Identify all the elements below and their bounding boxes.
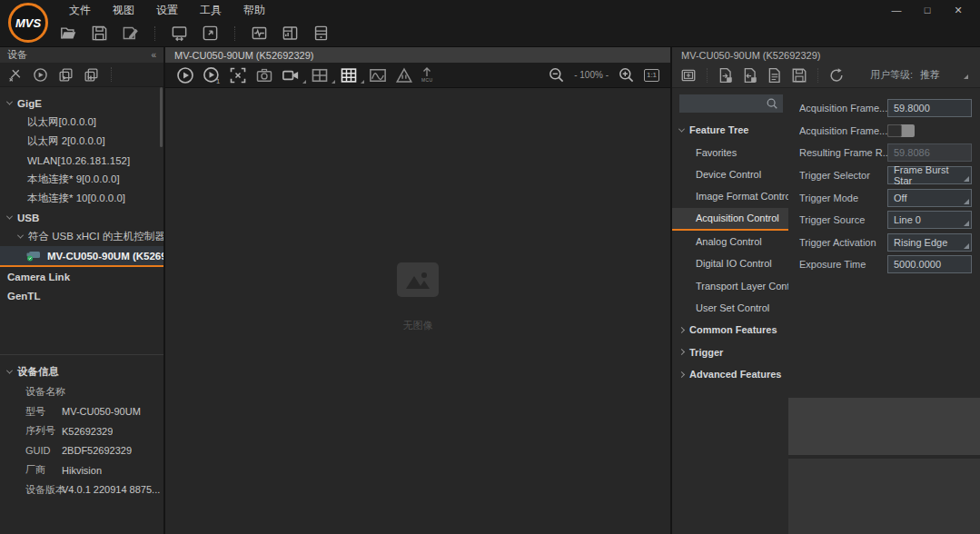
- save-icon[interactable]: [91, 25, 108, 42]
- trigger-warning-icon[interactable]: [395, 66, 413, 84]
- nav-image-format-control[interactable]: Image Format Control: [672, 185, 788, 207]
- snapshot-camera-icon[interactable]: [255, 66, 273, 84]
- mcu-upgrade-icon[interactable]: MCU: [421, 67, 432, 83]
- main-toolbar: [0, 20, 980, 47]
- save-as-icon[interactable]: [122, 25, 139, 42]
- fit-window-icon[interactable]: [229, 66, 247, 84]
- nav-feature-tree[interactable]: Feature Tree: [672, 119, 788, 141]
- search-icon[interactable]: [761, 94, 783, 113]
- feature-panel-title: MV-CU050-90UM (K52692329): [672, 47, 980, 63]
- zoom-in-icon[interactable]: [618, 66, 635, 84]
- nav-acquisition-control-selected[interactable]: Acquisition Control: [672, 208, 788, 231]
- start-all-icon[interactable]: [58, 67, 74, 83]
- open-folder-icon[interactable]: [60, 25, 77, 42]
- device-info-header[interactable]: 设备信息: [0, 361, 163, 382]
- one-to-one-zoom-button[interactable]: 1:1: [644, 69, 659, 82]
- tree-item-ethernet[interactable]: 以太网[0.0.0.0]: [0, 113, 163, 132]
- no-image-icon: [397, 262, 439, 297]
- info-value: MV-CU050-90UM: [60, 406, 141, 417]
- trigger-mode-dropdown[interactable]: Off: [887, 189, 972, 207]
- dropdown-arrow-icon[interactable]: [332, 80, 335, 84]
- export-features-icon[interactable]: [742, 67, 758, 84]
- zoom-out-icon[interactable]: [548, 66, 565, 84]
- split-view-icon[interactable]: [311, 66, 329, 84]
- nav-transport-layer-control[interactable]: Transport Layer Cont...: [672, 274, 788, 296]
- dropdown-arrow-icon[interactable]: [361, 80, 364, 84]
- user-level-dropdown[interactable]: 推荐: [920, 68, 968, 82]
- record-video-icon[interactable]: [282, 66, 300, 84]
- nav-common-features[interactable]: Common Features: [672, 319, 788, 341]
- start-acquisition-icon[interactable]: [33, 67, 48, 83]
- acquisition-frame-rate-enable-toggle[interactable]: [887, 124, 915, 137]
- menu-item-help[interactable]: 帮助: [233, 0, 276, 20]
- feature-search-input[interactable]: [679, 98, 761, 109]
- tree-item-gentl[interactable]: GenTL: [0, 286, 163, 305]
- nav-favorites[interactable]: Favorites: [672, 141, 788, 163]
- start-grab-icon[interactable]: [176, 66, 194, 84]
- tree-item-local10[interactable]: 本地连接* 10[0.0.0.0]: [0, 189, 163, 208]
- mvs-logo-text: MVS: [15, 16, 41, 30]
- chevron-right-icon: [678, 371, 685, 378]
- tree-item-usb[interactable]: USB: [0, 208, 163, 227]
- menu-item-view[interactable]: 视图: [102, 0, 145, 20]
- feature-document-icon[interactable]: [767, 67, 783, 84]
- dropdown-arrow-icon[interactable]: [302, 80, 306, 84]
- exposure-time-input[interactable]: [887, 255, 972, 273]
- chevron-right-icon: [678, 349, 685, 355]
- tree-item-ethernet2[interactable]: 以太网 2[0.0.0.0]: [0, 132, 163, 151]
- tree-item-gige[interactable]: GigE: [0, 94, 163, 113]
- acquisition-frame-rate-input[interactable]: [887, 99, 972, 117]
- minimize-button[interactable]: —: [884, 1, 909, 19]
- nav-device-control[interactable]: Device Control: [672, 163, 788, 185]
- histogram-icon[interactable]: [369, 66, 387, 84]
- tree-item-local9[interactable]: 本地连接* 9[0.0.0.0]: [0, 170, 163, 189]
- feature-search-box: [678, 94, 784, 114]
- menu-item-file[interactable]: 文件: [58, 0, 102, 20]
- chevron-down-icon: [678, 125, 685, 132]
- trigger-source-dropdown[interactable]: Line 0: [887, 211, 972, 229]
- fullscreen-icon[interactable]: [202, 25, 219, 42]
- chevron-right-icon: [678, 327, 685, 333]
- dropdown-corner-icon: [964, 221, 969, 226]
- nav-label: Trigger: [689, 347, 723, 358]
- nav-user-set-control[interactable]: User Set Control: [672, 297, 788, 319]
- svg-text:1: 1: [216, 76, 220, 84]
- dropdown-value: Off: [894, 193, 906, 203]
- waveform-monitor-icon[interactable]: [251, 25, 268, 42]
- preview-tab-title[interactable]: MV-CU050-90UM (K52692329): [174, 50, 313, 61]
- chevron-down-icon: [6, 367, 13, 373]
- tree-item-wlan[interactable]: WLAN[10.26.181.152]: [0, 151, 163, 170]
- nav-advanced-features[interactable]: Advanced Features: [672, 363, 788, 385]
- save-features-icon[interactable]: [791, 67, 807, 84]
- close-button[interactable]: ✕: [945, 1, 971, 19]
- stop-all-icon[interactable]: [84, 67, 99, 83]
- info-row-model: 型号MV-CU050-90UM: [0, 402, 163, 422]
- nav-trigger[interactable]: Trigger: [672, 341, 788, 363]
- refresh-icon[interactable]: [828, 67, 845, 84]
- menu-item-settings[interactable]: 设置: [145, 0, 189, 20]
- tree-item-camera-link[interactable]: Camera Link: [0, 267, 163, 286]
- attach-panel-icon[interactable]: [680, 67, 697, 84]
- storage-icon[interactable]: [312, 25, 330, 42]
- collapse-panel-icon[interactable]: «: [151, 50, 156, 60]
- switch-window-icon[interactable]: [171, 25, 188, 42]
- menu-item-tools[interactable]: 工具: [189, 0, 233, 20]
- grid-view-icon[interactable]: [340, 66, 358, 84]
- tree-item-usb-host-controller[interactable]: 符合 USB xHCI 的主机控制器: [0, 227, 163, 246]
- import-features-icon[interactable]: [718, 67, 734, 84]
- maximize-button[interactable]: □: [915, 1, 940, 19]
- layout-panel-icon[interactable]: [282, 25, 299, 42]
- image-display-area[interactable]: 无图像: [165, 88, 670, 534]
- tree-item-camera-selected[interactable]: MV-CU050-90UM (K5269...: [0, 246, 163, 267]
- nav-analog-control[interactable]: Analog Control: [672, 231, 788, 252]
- trigger-selector-dropdown[interactable]: Frame Burst Star: [887, 166, 972, 184]
- property-label: Resulting Frame R...: [799, 147, 887, 158]
- trigger-activation-dropdown[interactable]: Rising Edge: [887, 233, 972, 252]
- nav-digital-io-control[interactable]: Digital IO Control: [672, 252, 788, 274]
- grab-once-icon[interactable]: 1: [203, 66, 221, 84]
- scrollbar-thumb[interactable]: [160, 87, 163, 147]
- feature-nav: Feature Tree Favorites Device Control Im…: [672, 88, 788, 534]
- chevron-down-icon: [6, 99, 13, 105]
- device-toolbar: [0, 63, 163, 87]
- disconnect-device-icon[interactable]: [7, 67, 23, 83]
